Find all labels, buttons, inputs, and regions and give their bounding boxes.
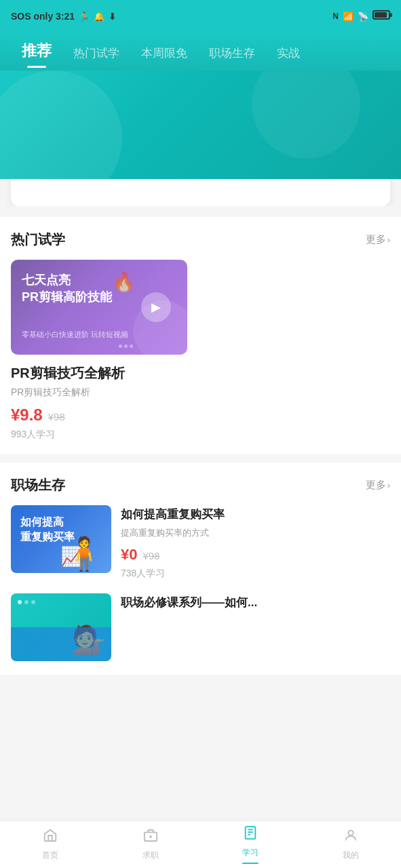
main-content: 热门试学 更多 › 七天点亮 PR剪辑高阶技能 零基础小白快速进阶 玩转短视频 …: [0, 206, 401, 737]
thumb-subtitle: 零基础小白快速进阶 玩转短视频: [22, 330, 128, 340]
workplace-course-2[interactable]: 💁 职场必修课系列——如何...: [11, 593, 390, 661]
workplace-course-desc-1: 提高重复购买率的方式: [121, 527, 390, 539]
workplace-info-1: 如何提高重复购买率 提高重复购买率的方式 ¥0 ¥98 738人学习: [121, 505, 390, 580]
battery-icon: [373, 10, 390, 20]
thumb-line2: PR剪辑高阶技能: [22, 290, 112, 304]
signal-icon: 📶: [343, 12, 354, 22]
activity-icon: 🏃: [79, 12, 90, 22]
hot-trial-section: 热门试学 更多 › 七天点亮 PR剪辑高阶技能 零基础小白快速进阶 玩转短视频 …: [0, 217, 401, 454]
thumb-line1: 七天点亮: [22, 273, 71, 287]
hot-trial-more-label: 更多: [366, 233, 386, 246]
tab-hot-trial[interactable]: 热门试学: [62, 37, 130, 71]
nav-learn-label: 学习: [242, 847, 259, 859]
hot-course-card[interactable]: 七天点亮 PR剪辑高阶技能 零基础小白快速进阶 玩转短视频 🔥 ▶ PR剪辑技巧…: [11, 260, 390, 441]
jobs-icon: [143, 828, 158, 847]
hot-course-thumbnail: 七天点亮 PR剪辑高阶技能 零基础小白快速进阶 玩转短视频 🔥 ▶: [11, 260, 187, 355]
wifi-icon: 📡: [358, 12, 368, 22]
chevron-right-icon: ›: [387, 235, 390, 245]
workplace-more[interactable]: 更多 ›: [366, 479, 390, 492]
hot-trial-more[interactable]: 更多 ›: [366, 233, 390, 246]
bell-icon: 🔔: [94, 12, 104, 22]
time-text: SOS only 3:21: [11, 11, 75, 22]
nfc-icon: N: [332, 12, 339, 21]
bottom-navigation: 首页 求职 学习: [0, 821, 401, 868]
thumb-text: 七天点亮 PR剪辑高阶技能: [22, 272, 112, 306]
workplace-course-name-2: 职场必修课系列——如何...: [121, 595, 390, 611]
workplace-header: 职场生存 更多 ›: [11, 476, 390, 494]
hero-banner: [0, 71, 401, 179]
workplace-section: 职场生存 更多 › 如何提高 重复购买率 📈 🧍 如何提高重复购买率 提高重复购…: [0, 462, 401, 675]
tab-navigation: 推荐 热门试学 本周限免 职场生存 实战: [0, 33, 401, 71]
thumb-dots-2: [18, 600, 35, 604]
tab-practice[interactable]: 实战: [266, 37, 311, 71]
course-desc: PR剪辑技巧全解析: [11, 387, 390, 399]
fire-icon: 🔥: [112, 271, 136, 293]
battery-container: [373, 10, 390, 22]
status-icons: N 📶 📡: [332, 10, 390, 22]
workplace-price-current-1: ¥0: [121, 546, 137, 564]
workplace-learners-1: 738人学习: [121, 568, 390, 580]
status-time: SOS only 3:21 🏃 🔔 ⬇: [11, 11, 116, 22]
workplace-info-2: 职场必修课系列——如何...: [121, 593, 390, 615]
learn-icon: [243, 825, 258, 844]
tab-weekly-free[interactable]: 本周限免: [130, 37, 198, 71]
chevron-right-icon-2: ›: [387, 480, 390, 490]
nav-home[interactable]: 首页: [0, 823, 100, 867]
tab-workplace[interactable]: 职场生存: [198, 37, 266, 71]
nav-mine-label: 我的: [343, 850, 359, 861]
course-name: PR剪辑技巧全解析: [11, 364, 390, 382]
status-bar: SOS only 3:21 🏃 🔔 ⬇ N 📶 📡: [0, 0, 401, 33]
workplace-price-row-1: ¥0 ¥98: [121, 546, 390, 564]
hot-trial-title: 热门试学: [11, 231, 65, 249]
workplace-thumb-1: 如何提高 重复购买率 📈 🧍: [11, 505, 111, 573]
learner-count: 993人学习: [11, 429, 390, 441]
person-figure: 🧍: [64, 535, 104, 573]
nav-jobs[interactable]: 求职: [100, 823, 201, 867]
download-icon: ⬇: [109, 12, 116, 22]
workplace-course-1[interactable]: 如何提高 重复购买率 📈 🧍 如何提高重复购买率 提高重复购买率的方式 ¥0 ¥…: [11, 505, 390, 580]
nav-active-bar: [242, 863, 259, 864]
tab-recommend[interactable]: 推荐: [11, 33, 62, 71]
nav-learn[interactable]: 学习: [201, 820, 301, 868]
mine-icon: [343, 828, 358, 847]
nav-home-label: 首页: [42, 850, 58, 861]
workplace-thumb-2: 💁: [11, 593, 111, 661]
svg-point-7: [348, 831, 353, 835]
workplace-price-orig-1: ¥98: [142, 550, 159, 561]
nav-mine[interactable]: 我的: [301, 823, 401, 867]
price-current: ¥9.8: [11, 406, 43, 425]
hot-trial-header: 热门试学 更多 ›: [11, 231, 390, 249]
workplace-course-name-1: 如何提高重复购买率: [121, 507, 390, 523]
workplace-more-label: 更多: [366, 479, 386, 492]
price-original: ¥98: [48, 411, 65, 422]
price-row: ¥9.8 ¥98: [11, 406, 390, 425]
home-icon: [43, 828, 58, 847]
nav-jobs-label: 求职: [142, 850, 159, 861]
thumb-dots: [119, 344, 133, 348]
workplace-title: 职场生存: [11, 476, 65, 494]
